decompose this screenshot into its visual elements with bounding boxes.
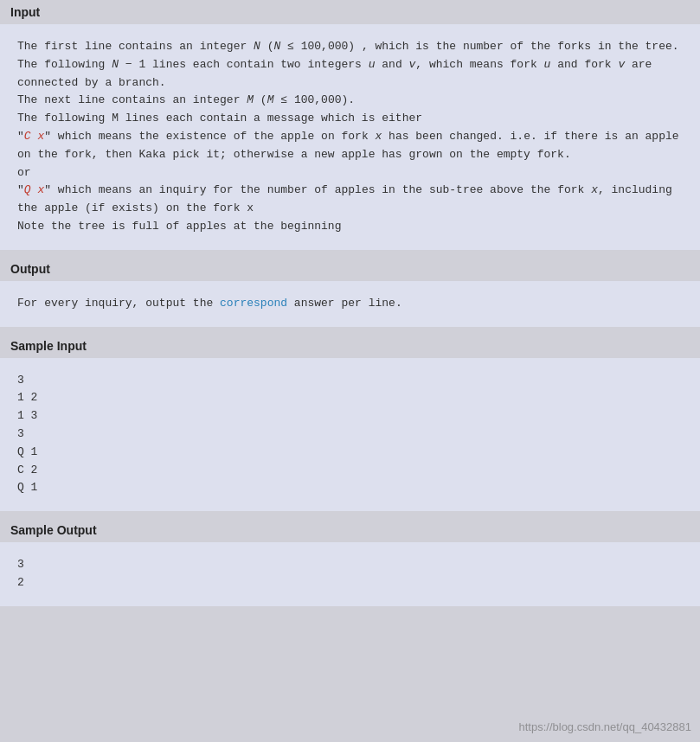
sample-output-body: 3 2 xyxy=(0,542,700,606)
sample-input-header: Sample Input xyxy=(0,334,700,358)
input-header: Input xyxy=(0,0,700,24)
output-header: Output xyxy=(0,257,700,281)
input-content: The first line contains an integer N (N … xyxy=(17,38,683,236)
sample-input-body: 3 1 2 1 3 3 Q 1 C 2 Q 1 xyxy=(0,358,700,512)
sample-output-section: Sample Output 3 2 xyxy=(0,518,700,606)
input-body: The first line contains an integer N (N … xyxy=(0,24,700,250)
output-section: Output For every inquiry, output the cor… xyxy=(0,257,700,327)
sample-output-content: 3 2 xyxy=(17,556,683,592)
input-section: Input The first line contains an integer… xyxy=(0,0,700,250)
output-content: For every inquiry, output the correspond… xyxy=(17,295,683,313)
output-body: For every inquiry, output the correspond… xyxy=(0,281,700,327)
sample-input-section: Sample Input 3 1 2 1 3 3 Q 1 C 2 Q 1 xyxy=(0,334,700,512)
sample-input-content: 3 1 2 1 3 3 Q 1 C 2 Q 1 xyxy=(17,372,683,498)
page-container: Input The first line contains an integer… xyxy=(0,0,700,606)
sample-output-header: Sample Output xyxy=(0,518,700,542)
